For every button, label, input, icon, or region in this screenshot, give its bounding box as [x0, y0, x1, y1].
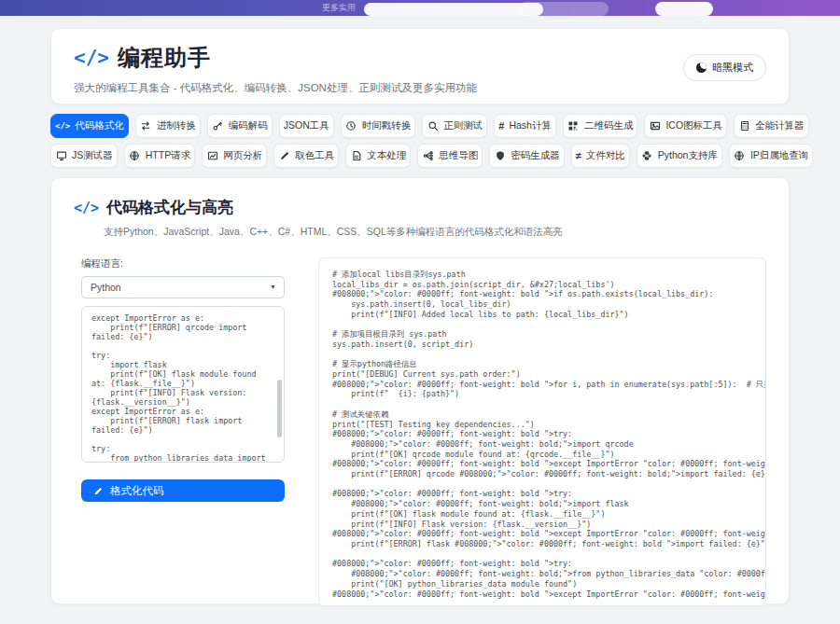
nav-item-text-process[interactable]: 文本处理 [345, 144, 411, 168]
tool-nav: </>代码格式化进制转换编码解码JSON工具时间戳转换正则测试#Hash计算二维… [50, 114, 790, 168]
format-code-button[interactable]: 格式化代码 [81, 479, 285, 502]
hash-icon: # [498, 120, 504, 132]
app-title: 编程助手 [118, 43, 211, 73]
code-brackets-icon: </> [74, 200, 99, 216]
nav-item-label: Hash计算 [509, 119, 552, 132]
dropper-icon [278, 150, 290, 162]
page-background: </> 编程助手 强大的编程工具集合 - 代码格式化、编码转换、JSON处理、正… [0, 16, 840, 604]
calc-icon [738, 120, 750, 132]
nav-item-password-gen[interactable]: 密码生成器 [489, 144, 565, 168]
app-subtitle: 强大的编程工具集合 - 代码格式化、编码转换、JSON处理、正则测试及更多实用功… [74, 81, 766, 95]
nav-item-label: 代码格式化 [75, 119, 124, 132]
swap-icon [140, 120, 152, 132]
code-input[interactable]: except ImportError as e: print(f"[ERROR]… [81, 306, 285, 463]
highlighted-code: # 添加local libs目录到sys.path local_libs_dir… [332, 270, 752, 599]
nav-row-2: JS测试器HTTP请求网页分析取色工具文本处理思维导图密码生成器≠文件对比Pyt… [50, 144, 790, 168]
nav-item-label: 思维导图 [439, 149, 478, 162]
qr-icon [567, 120, 580, 132]
nav-item-timestamp[interactable]: 时间戳转换 [341, 114, 416, 138]
banner-overlay-shape [364, 3, 543, 16]
mindmap-icon [422, 150, 434, 162]
nav-item-label: JS测试器 [72, 149, 113, 162]
moon-icon [696, 62, 707, 73]
nav-item-js-tester[interactable]: JS测试器 [50, 144, 118, 168]
tool-title: 代码格式化与高亮 [106, 197, 233, 218]
nav-item-encode-decode[interactable]: 编码解码 [207, 114, 273, 138]
nav-item-label: 密码生成器 [511, 149, 560, 162]
banner-partial-text: 更多实用 [322, 2, 356, 14]
nav-item-json-tool[interactable]: JSON工具 [279, 114, 334, 138]
nav-item-label: 文本处理 [367, 149, 406, 162]
analysis-icon [206, 150, 218, 162]
nav-item-ico-tool[interactable]: ICO图标工具 [644, 114, 727, 138]
code-brackets-icon: </> [74, 47, 109, 69]
nav-item-color-picker[interactable]: 取色工具 [273, 144, 339, 168]
nav-item-http-request[interactable]: HTTP请求 [124, 144, 195, 168]
search-icon [427, 120, 439, 132]
nav-item-label: 进制转换 [157, 119, 196, 132]
language-select-value: Python [91, 282, 121, 293]
nav-item-web-analysis[interactable]: 网页分析 [202, 144, 267, 168]
app-header: </> 编程助手 强大的编程工具集合 - 代码格式化、编码转换、JSON处理、正… [50, 28, 790, 104]
key-icon [212, 120, 224, 132]
pencil-icon [93, 486, 104, 496]
nav-item-regex-test[interactable]: 正则测试 [422, 114, 487, 138]
textarea-scrollbar[interactable] [277, 380, 282, 437]
nav-item-mindmap[interactable]: 思维导图 [417, 144, 483, 168]
globe-icon [734, 150, 746, 162]
nav-item-label: JSON工具 [284, 119, 329, 132]
nav-item-code-format[interactable]: </>代码格式化 [50, 114, 129, 138]
nav-item-hash-calc[interactable]: #Hash计算 [494, 114, 556, 138]
nav-item-label: HTTP请求 [146, 149, 190, 162]
nav-item-ip-lookup[interactable]: IP归属地查询 [729, 144, 813, 168]
nav-item-label: 二维码生成 [584, 119, 634, 132]
clock-icon [345, 120, 357, 132]
doc-icon [350, 150, 362, 162]
top-gradient-banner: 更多实用 [0, 0, 840, 16]
language-label: 编程语言: [81, 257, 285, 270]
nav-item-qrcode-gen[interactable]: 二维码生成 [563, 114, 638, 138]
nav-item-label: 网页分析 [223, 149, 262, 162]
tool-subtitle: 支持Python、JavaScript、Java、C++、C#、HTML、CSS… [104, 226, 766, 239]
nav-item-label: 文件对比 [586, 149, 625, 162]
globe-icon [129, 150, 141, 162]
nav-item-python-libs[interactable]: Python支持库 [637, 144, 722, 168]
dark-mode-label: 暗黑模式 [712, 61, 753, 75]
format-code-label: 格式化代码 [110, 484, 164, 498]
nav-item-label: IP归属地查询 [750, 149, 808, 162]
python-icon [641, 150, 653, 162]
banner-overlay-shape [519, 2, 609, 16]
nav-item-label: 正则测试 [443, 119, 483, 132]
nav-item-label: 全能计算器 [755, 119, 805, 132]
nav-item-label: 编码解码 [229, 119, 268, 132]
nav-item-file-diff[interactable]: ≠文件对比 [571, 144, 630, 168]
code-icon: </> [55, 120, 70, 132]
nav-item-label: 取色工具 [295, 149, 334, 162]
nav-item-label: 时间戳转换 [362, 119, 412, 132]
nav-item-label: ICO图标工具 [665, 119, 722, 132]
chevron-down-icon: ▼ [270, 284, 276, 290]
shield-icon [494, 150, 506, 162]
banner-overlay-shape [655, 2, 713, 16]
language-select[interactable]: Python ▼ [81, 276, 285, 298]
compare-icon: ≠ [576, 150, 581, 162]
nav-item-label: Python支持库 [658, 149, 718, 162]
nav-item-calculator[interactable]: 全能计算器 [734, 114, 809, 138]
dark-mode-toggle[interactable]: 暗黑模式 [683, 54, 766, 81]
nav-item-base-convert[interactable]: 进制转换 [135, 114, 201, 138]
code-formatter-panel: </> 代码格式化与高亮 支持Python、JavaScript、Java、C+… [50, 177, 790, 604]
nav-row-1: </>代码格式化进制转换编码解码JSON工具时间戳转换正则测试#Hash计算二维… [50, 114, 790, 138]
monitor-icon [55, 150, 67, 162]
image-icon [649, 120, 661, 132]
code-output-panel: # 添加local libs目录到sys.path local_libs_dir… [318, 257, 766, 606]
